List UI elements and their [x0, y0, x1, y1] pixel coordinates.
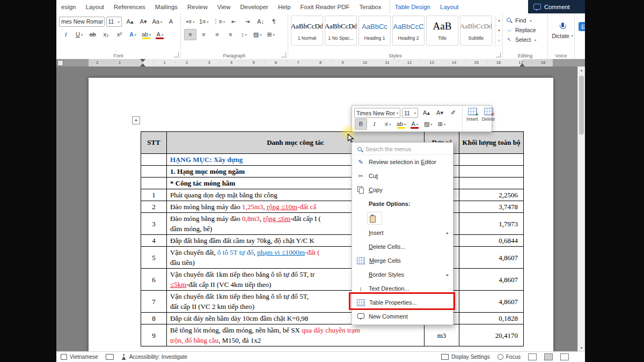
- sort-icon[interactable]: A↓: [254, 16, 267, 27]
- align-left-icon[interactable]: ≡: [184, 29, 196, 40]
- editing-find[interactable]: Find▾: [506, 16, 545, 25]
- table-header-cell[interactable]: Khối lượng toàn bộ: [459, 132, 524, 154]
- stt-cell[interactable]: 3: [141, 213, 167, 235]
- stt-cell[interactable]: [141, 154, 167, 166]
- qty-cell[interactable]: [459, 154, 524, 166]
- style-1-normal[interactable]: AaBbCcDd1 Normal: [291, 16, 323, 46]
- unit-cell[interactable]: m3: [425, 324, 459, 346]
- font-name-combo[interactable]: mes New Romar▾: [59, 17, 105, 27]
- menu-item-delete-cells[interactable]: Delete Cells...: [352, 240, 453, 254]
- editor-button-partial[interactable]: E: [579, 22, 585, 31]
- superscript-icon[interactable]: x²: [113, 29, 126, 40]
- styles-scroll-down-icon[interactable]: ▾: [495, 26, 503, 36]
- tab-view[interactable]: View: [213, 0, 236, 13]
- qty-cell[interactable]: 4,8607: [459, 247, 524, 269]
- qty-cell[interactable]: 2,2506: [459, 189, 524, 201]
- tab-mailings[interactable]: Mailings: [150, 0, 182, 13]
- stt-cell[interactable]: 4: [141, 235, 167, 247]
- underline-icon[interactable]: U▾: [73, 29, 85, 40]
- tab-foxit-reader-pdf[interactable]: Foxit Reader PDF: [296, 0, 355, 13]
- stt-cell[interactable]: 5: [141, 247, 167, 269]
- clear-formatting-icon[interactable]: A: [165, 16, 177, 27]
- stt-cell[interactable]: [141, 178, 167, 189]
- qty-cell[interactable]: 0,1828: [459, 313, 524, 324]
- qty-cell[interactable]: 4,8607: [459, 269, 524, 291]
- table-header-cell[interactable]: STT: [141, 132, 167, 154]
- style-1-no-spac[interactable]: AaBbCcDd1 No Spac...: [325, 16, 357, 46]
- menu-item-border-styles[interactable]: Border Styles▸: [352, 268, 453, 282]
- tab-help[interactable]: Help: [273, 0, 296, 13]
- insert-table-button[interactable]: Insert: [464, 108, 480, 122]
- tab-selector[interactable]: [57, 60, 63, 66]
- bold-icon[interactable]: B: [355, 119, 367, 130]
- justify-icon[interactable]: ≡: [224, 29, 237, 40]
- mini-font-size-combo[interactable]: 11▾: [402, 108, 418, 118]
- styles-expand-icon[interactable]: ▿: [495, 36, 503, 46]
- qty-cell[interactable]: 4,8607: [459, 291, 524, 313]
- shrink-font-icon[interactable]: A▾: [137, 16, 150, 27]
- style-heading-2[interactable]: AaBbCcCHeading 2: [392, 16, 425, 46]
- borders-icon[interactable]: ⊞▾: [435, 119, 448, 130]
- subscript-icon[interactable]: x₂: [100, 29, 112, 40]
- tab-esign[interactable]: esign: [56, 0, 81, 13]
- tab-layout[interactable]: Layout: [435, 0, 464, 13]
- qty-cell[interactable]: 0,6844: [459, 235, 524, 247]
- stt-cell[interactable]: 1: [141, 189, 167, 201]
- editing-select[interactable]: Select▾: [506, 35, 545, 45]
- align-center-icon[interactable]: ≡: [197, 29, 210, 40]
- style-subtitle[interactable]: AaBbCcDdSubtitle: [460, 16, 492, 46]
- format-painter-icon[interactable]: ✐: [447, 107, 459, 119]
- stt-cell[interactable]: 9: [141, 324, 167, 346]
- decrease-indent-icon[interactable]: ⇤: [228, 16, 240, 27]
- focus-button[interactable]: Focus: [497, 354, 521, 360]
- shading-icon[interactable]: ▨▾: [422, 119, 434, 130]
- text-highlight-icon[interactable]: ab▾: [395, 119, 407, 130]
- strikethrough-icon[interactable]: ab: [86, 29, 99, 40]
- tab-table-design[interactable]: Table Design: [390, 0, 435, 13]
- read-mode-button[interactable]: [528, 353, 537, 360]
- grow-font-icon[interactable]: A▴: [124, 16, 136, 27]
- tab-terabox[interactable]: Terabox: [355, 0, 386, 13]
- tab-layout[interactable]: Layout: [81, 0, 109, 13]
- stt-cell[interactable]: 7: [141, 291, 167, 313]
- scrollbar-thumb[interactable]: [579, 76, 584, 135]
- stt-cell[interactable]: 2: [141, 201, 167, 213]
- italic-icon[interactable]: I: [60, 29, 72, 40]
- increase-indent-icon[interactable]: ⇥: [241, 16, 253, 27]
- stt-cell[interactable]: [141, 166, 167, 178]
- text-highlight-icon[interactable]: ab▾: [140, 29, 152, 40]
- table-move-handle-icon[interactable]: +: [132, 116, 140, 124]
- menu-search-input[interactable]: Search the menus: [352, 144, 453, 155]
- shrink-font-icon[interactable]: A▾: [434, 107, 446, 119]
- keyboard-icon[interactable]: [106, 354, 114, 360]
- scroll-up-icon[interactable]: ▴: [581, 67, 583, 73]
- font-size-combo[interactable]: 11▾: [106, 17, 122, 27]
- line-spacing-icon[interactable]: ↕▾: [238, 29, 250, 40]
- menu-item-review-selection-in-editor[interactable]: Review selection in Editor: [352, 155, 453, 169]
- qty-cell[interactable]: [459, 166, 524, 178]
- font-dialog-launcher-icon[interactable]: [174, 53, 179, 57]
- shading-icon[interactable]: ▨▾: [251, 29, 264, 40]
- font-color-icon[interactable]: A▾: [408, 119, 421, 130]
- change-case-icon[interactable]: Aa▾: [151, 16, 164, 27]
- tab-review[interactable]: Review: [182, 0, 213, 13]
- menu-item-new-comment[interactable]: New Comment: [352, 309, 453, 323]
- print-layout-button[interactable]: [544, 353, 553, 360]
- stt-cell[interactable]: 6: [141, 269, 167, 291]
- italic-icon[interactable]: I: [368, 119, 380, 130]
- borders-icon[interactable]: ⊞▾: [265, 29, 277, 40]
- web-layout-button[interactable]: [560, 353, 569, 360]
- style-title[interactable]: AaBTitle: [426, 16, 458, 46]
- scroll-down-icon[interactable]: ▾: [581, 344, 583, 351]
- desc-cell[interactable]: Bê tông lót móng, dầm móng, nền hầm, bể …: [167, 324, 425, 346]
- style-heading-1[interactable]: AaBbCcHeading 1: [358, 16, 391, 46]
- comments-button[interactable]: Comment: [528, 0, 585, 13]
- paste-option-button[interactable]: [367, 212, 382, 225]
- multilevel-list-icon[interactable]: ⋮≡▾: [211, 16, 226, 27]
- styles-dialog-launcher-icon[interactable]: [496, 53, 501, 57]
- first-line-indent-marker[interactable]: [140, 59, 145, 62]
- qty-cell[interactable]: 20,4170: [459, 324, 524, 346]
- text-effects-icon[interactable]: A▾: [127, 29, 139, 40]
- stt-cell[interactable]: 8: [141, 313, 167, 324]
- mini-font-name-combo[interactable]: Times New Ror▾: [354, 108, 400, 118]
